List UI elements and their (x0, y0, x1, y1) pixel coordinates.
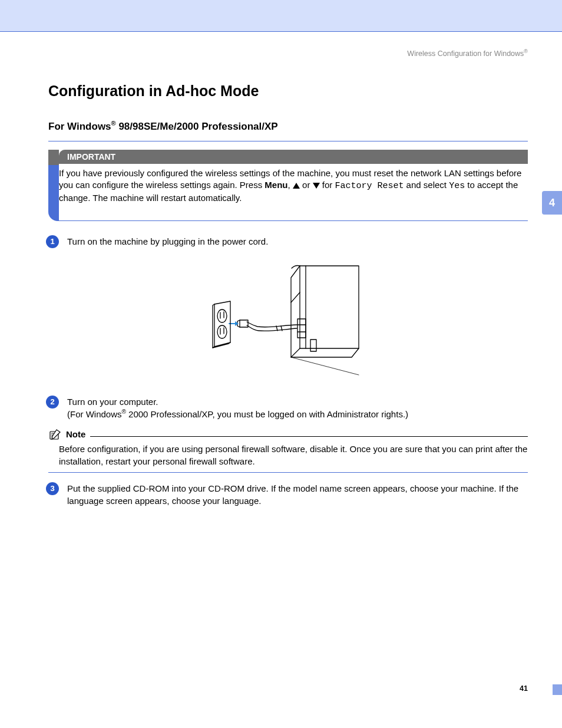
note-block: Note Before configuration, if you are us… (48, 429, 528, 473)
note-label: Note (66, 429, 85, 439)
svg-rect-1 (310, 340, 316, 351)
note-body: Before configuration, if you are using p… (48, 443, 528, 467)
important-close-bar (48, 210, 528, 221)
important-side-top (48, 150, 59, 165)
step-2-line2a: (For Windows (67, 409, 122, 419)
step-1-badge: 1 (46, 235, 59, 248)
note-head-row: Note (48, 429, 528, 440)
section-heading: For Windows® 98/98SE/Me/2000 Professiona… (48, 120, 528, 133)
breadcrumb-text: Wireless Configuration for Windows (407, 50, 524, 58)
page-title: Configuration in Ad-hoc Mode (48, 83, 528, 100)
important-heading: IMPORTANT (59, 150, 528, 164)
step-3-badge: 3 (46, 482, 59, 495)
h2-sup: ® (111, 120, 116, 127)
page-number: 41 (520, 684, 528, 693)
step-2-line2: (For Windows® 2000 Professional/XP, you … (67, 408, 528, 420)
step-1-text: Turn on the machine by plugging in the p… (67, 235, 528, 248)
breadcrumb-sup: ® (524, 48, 528, 54)
note-end-rule (48, 472, 528, 473)
note-icon (48, 429, 61, 440)
breadcrumb: Wireless Configuration for Windows® (48, 48, 528, 58)
h2-pre: For Windows (48, 121, 111, 132)
svg-point-4 (217, 325, 227, 338)
important-body: If you have previously configured the wi… (48, 164, 528, 210)
step-1: 1 Turn on the machine by plugging in the… (48, 235, 528, 248)
arrow-down-icon (313, 183, 320, 189)
step-3: 3 Put the supplied CD-ROM into your CD-R… (48, 482, 528, 507)
note-head-rule (90, 436, 528, 437)
h2-post: 98/98SE/Me/2000 Professional/XP (116, 121, 278, 132)
svg-point-3 (217, 309, 227, 322)
svg-rect-0 (297, 319, 306, 338)
important-or: or (300, 180, 313, 190)
step-2-body: Turn on your computer. (For Windows® 200… (67, 396, 528, 420)
important-box: IMPORTANT If you have previously configu… (48, 150, 528, 221)
step-2-line2b: 2000 Professional/XP, you must be logged… (126, 409, 408, 419)
important-line2a: and select (404, 180, 449, 190)
important-for: for (320, 180, 335, 190)
step-3-text: Put the supplied CD-ROM into your CD-ROM… (67, 482, 528, 507)
top-band (0, 0, 562, 32)
arrow-up-icon (293, 183, 300, 189)
page-content: Wireless Configuration for Windows® Conf… (0, 32, 562, 507)
power-cord-illustration (211, 260, 365, 378)
section-rule (48, 141, 528, 141)
important-yes: Yes (449, 181, 465, 191)
important-comma: , (288, 180, 293, 190)
step-2-badge: 2 (46, 396, 59, 409)
chapter-tab: 4 (542, 191, 562, 215)
step-2-sup: ® (122, 409, 126, 415)
svg-rect-2 (240, 320, 248, 327)
step-2-line1: Turn on your computer. (67, 396, 528, 408)
step-2: 2 Turn on your computer. (For Windows® 2… (48, 396, 528, 420)
page-number-tab (553, 684, 562, 695)
important-factory-reset: Factory Reset (335, 181, 404, 191)
important-menu: Menu (265, 180, 287, 190)
